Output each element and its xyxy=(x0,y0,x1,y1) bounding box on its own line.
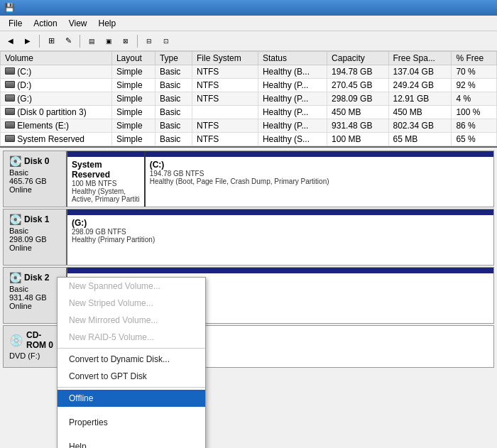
volumes-table: Volume Layout Type File System Status Ca… xyxy=(0,51,497,146)
partition[interactable]: System Reserved100 MB NTFSHealthy (Syste… xyxy=(67,151,146,207)
cell-status: Healthy (P... xyxy=(258,92,327,106)
disk-label: 💽 Disk 0 Basic 465.76 GB Online xyxy=(4,151,67,207)
cell-type: Basic xyxy=(155,92,192,106)
disk-status: Online xyxy=(9,185,60,194)
toolbar-btn-1[interactable]: ⊞ xyxy=(43,33,59,49)
cell-status: Healthy (B... xyxy=(258,65,327,79)
disk-type: Basic xyxy=(9,285,60,293)
menu-help[interactable]: Help xyxy=(93,17,122,30)
table-row[interactable]: (Disk 0 partition 3) Simple Basic Health… xyxy=(1,106,497,119)
cell-fs xyxy=(192,106,258,119)
cell-capacity: 270.45 GB xyxy=(327,79,388,92)
cell-status: Healthy (P... xyxy=(258,79,327,92)
cell-pct: 70 % xyxy=(452,65,497,79)
col-volume[interactable]: Volume xyxy=(1,52,112,65)
cell-capacity: 931.48 GB xyxy=(327,119,388,133)
cell-layout: Simple xyxy=(111,79,155,92)
partition[interactable]: (C:)194.78 GB NTFSHealthy (Boot, Page Fi… xyxy=(146,151,493,207)
context-menu-item[interactable]: Convert to GPT Disk xyxy=(58,368,205,385)
forward-button[interactable]: ▶ xyxy=(20,33,36,49)
cell-pct: 86 % xyxy=(452,119,497,133)
toolbar-btn-5[interactable]: ⊠ xyxy=(118,33,133,49)
partition-header-bar xyxy=(146,151,493,157)
toolbar-separator-2 xyxy=(80,35,80,48)
partition-detail1: 298.09 GB NTFS xyxy=(72,228,489,236)
cell-volume: (Disk 0 partition 3) xyxy=(1,106,112,119)
cell-pct: 4 % xyxy=(452,92,497,106)
col-status[interactable]: Status xyxy=(258,52,327,65)
cell-type: Basic xyxy=(155,106,192,119)
cell-fs: NTFS xyxy=(192,133,258,146)
partition-header-bar xyxy=(67,151,144,157)
col-capacity[interactable]: Capacity xyxy=(327,52,388,65)
toolbar-btn-2[interactable]: ✎ xyxy=(60,33,76,49)
disk-size: 298.09 GB xyxy=(9,235,60,244)
partition-name: System Reserved xyxy=(72,160,140,180)
cell-type: Basic xyxy=(155,133,192,146)
cell-volume: System Reserved xyxy=(1,133,112,146)
context-menu-item: New Spanned Volume... xyxy=(58,278,205,295)
cell-fs: NTFS xyxy=(192,92,258,106)
table-row[interactable]: (C:) Simple Basic NTFS Healthy (B... 194… xyxy=(1,65,497,79)
cell-layout: Simple xyxy=(111,92,155,106)
disk-partitions: (G:)298.09 GB NTFSHealthy (Primary Parti… xyxy=(67,209,493,265)
cell-capacity: 298.09 GB xyxy=(327,92,388,106)
toolbar-btn-3[interactable]: ▤ xyxy=(84,33,99,49)
title-bar-icon: 💾 xyxy=(4,3,15,13)
col-layout[interactable]: Layout xyxy=(111,52,155,65)
table-row[interactable]: System Reserved Simple Basic NTFS Health… xyxy=(1,133,497,146)
disk-name: CD-ROM 0 xyxy=(26,330,60,350)
context-menu-item[interactable]: Convert to Dynamic Disk... xyxy=(58,351,205,368)
cell-type: Basic xyxy=(155,79,192,92)
disk-row[interactable]: 💽 Disk 1 Basic 298.09 GB Online (G:)298.… xyxy=(3,209,494,266)
table-row[interactable]: (G:) Simple Basic NTFS Healthy (P... 298… xyxy=(1,92,497,106)
col-pctfree[interactable]: % Free xyxy=(452,52,497,65)
context-menu-item[interactable]: Offline xyxy=(58,390,205,407)
toolbar-btn-4[interactable]: ▣ xyxy=(101,33,116,49)
cell-free: 12.91 GB xyxy=(388,92,452,106)
partition-detail2: Healthy (System, Active, Primary Partiti xyxy=(72,187,140,203)
partition-detail1: 100 MB NTFS xyxy=(72,180,140,187)
disk-label: 💽 Disk 1 Basic 298.09 GB Online xyxy=(4,209,67,265)
toolbar-btn-7[interactable]: ⊡ xyxy=(158,33,174,49)
disk-status: Online xyxy=(9,302,60,310)
context-menu-separator xyxy=(58,387,205,388)
table-area: Volume Layout Type File System Status Ca… xyxy=(0,51,497,148)
partition-name: (G:) xyxy=(72,218,489,228)
cell-status: Healthy (P... xyxy=(258,119,327,133)
toolbar: ◀ ▶ ⊞ ✎ ▤ ▣ ⊠ ⊟ ⊡ xyxy=(0,31,497,51)
back-button[interactable]: ◀ xyxy=(3,33,18,49)
context-menu-item[interactable]: Properties xyxy=(58,414,205,431)
cell-volume: Elements (E:) xyxy=(1,119,112,133)
cell-capacity: 194.78 GB xyxy=(327,65,388,79)
menu-view[interactable]: View xyxy=(63,17,93,30)
cell-fs: NTFS xyxy=(192,79,258,92)
context-menu-item: New Mirrored Volume... xyxy=(58,312,205,329)
disk-size: 465.76 GB xyxy=(9,177,60,185)
cell-free: 450 MB xyxy=(388,106,452,119)
cell-layout: Simple xyxy=(111,106,155,119)
menu-action[interactable]: Action xyxy=(28,17,62,30)
menu-file[interactable]: File xyxy=(3,17,28,30)
table-row[interactable]: Elements (E:) Simple Basic NTFS Healthy … xyxy=(1,119,497,133)
col-type[interactable]: Type xyxy=(155,52,192,65)
context-menu-item: New RAID-5 Volume... xyxy=(58,329,205,346)
partition-detail2: Healthy (Boot, Page File, Crash Dump, Pr… xyxy=(150,177,489,185)
context-menu[interactable]: New Spanned Volume...New Striped Volume.… xyxy=(57,277,206,448)
partition[interactable]: (G:)298.09 GB NTFSHealthy (Primary Parti… xyxy=(67,209,493,265)
toolbar-btn-6[interactable]: ⊟ xyxy=(141,33,157,49)
context-menu-item: New Striped Volume... xyxy=(58,295,205,312)
cell-volume: (D:) xyxy=(1,79,112,92)
disk-type: Basic xyxy=(9,168,60,177)
disk-partitions: System Reserved100 MB NTFSHealthy (Syste… xyxy=(67,151,493,207)
col-filesystem[interactable]: File System xyxy=(192,52,258,65)
context-menu-item[interactable]: Help xyxy=(58,438,205,448)
col-freespace[interactable]: Free Spa... xyxy=(388,52,452,65)
disk-type: Basic xyxy=(9,226,60,235)
cell-fs: NTFS xyxy=(192,65,258,79)
disk-row[interactable]: 💽 Disk 0 Basic 465.76 GB Online System R… xyxy=(3,151,494,207)
cell-layout: Simple xyxy=(111,133,155,146)
cell-free: 249.24 GB xyxy=(388,79,452,92)
disk-name: Disk 2 xyxy=(24,273,49,283)
table-row[interactable]: (D:) Simple Basic NTFS Healthy (P... 270… xyxy=(1,79,497,92)
